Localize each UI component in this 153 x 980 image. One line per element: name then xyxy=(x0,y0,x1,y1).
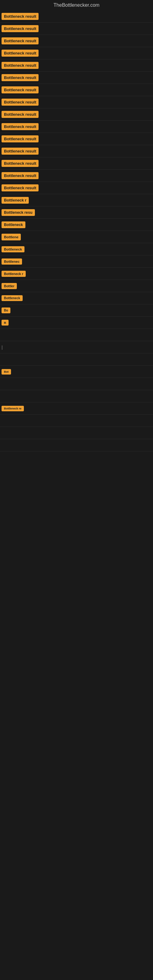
bottleneck-row-29 xyxy=(0,353,153,366)
bottleneck-badge-24[interactable]: Bottleneck xyxy=(2,295,22,301)
bottleneck-badge-17[interactable]: Bottleneck resu xyxy=(2,209,35,216)
bottleneck-badge-3[interactable]: Bottleneck result xyxy=(2,37,38,45)
bottleneck-row-11: Bottleneck result xyxy=(0,133,153,145)
bottleneck-badge-14[interactable]: Bottleneck result xyxy=(2,172,38,179)
bottleneck-badge-2[interactable]: Bottleneck result xyxy=(2,25,38,32)
bottleneck-badge-7[interactable]: Bottleneck result xyxy=(2,86,38,94)
bottleneck-row-7: Bottleneck result xyxy=(0,84,153,96)
bottleneck-row-23: Bottler xyxy=(0,280,153,292)
bottleneck-badge-16[interactable]: Bottleneck r xyxy=(2,197,29,204)
bottleneck-row-19: Bottlene xyxy=(0,231,153,243)
site-title: TheBottlenecker.com xyxy=(0,0,153,10)
bottleneck-badge-23[interactable]: Bottler xyxy=(2,283,17,289)
bottleneck-badge-9[interactable]: Bottleneck result xyxy=(2,111,38,118)
bottleneck-badge-19[interactable]: Bottlene xyxy=(2,234,21,240)
bottleneck-row-32 xyxy=(0,390,153,402)
bottleneck-badge-10[interactable]: Bottleneck result xyxy=(2,123,38,130)
bottleneck-row-26: B xyxy=(0,317,153,329)
bottleneck-row-34 xyxy=(0,415,153,427)
bottleneck-badge-21[interactable]: Bottlenec xyxy=(2,258,22,265)
bottleneck-badge-26[interactable]: B xyxy=(2,320,9,326)
bottleneck-row-30: Bot xyxy=(0,366,153,378)
bottleneck-row-4: Bottleneck result xyxy=(0,47,153,59)
bottleneck-badge-22[interactable]: Bottleneck r xyxy=(2,271,26,277)
bottleneck-row-24: Bottleneck xyxy=(0,292,153,304)
bottleneck-badge-4[interactable]: Bottleneck result xyxy=(2,49,38,57)
bottleneck-badge-12[interactable]: Bottleneck result xyxy=(2,148,38,155)
bottleneck-badge-13[interactable]: Bottleneck result xyxy=(2,160,38,167)
bottleneck-row-15: Bottleneck result xyxy=(0,182,153,194)
bottleneck-row-9: Bottleneck result xyxy=(0,108,153,121)
bottleneck-row-16: Bottleneck r xyxy=(0,194,153,207)
bottleneck-badge-1[interactable]: Bottleneck result xyxy=(2,13,38,20)
bottleneck-row-6: Bottleneck result xyxy=(0,72,153,84)
bottleneck-row-14: Bottleneck result xyxy=(0,170,153,182)
bottleneck-badge-8[interactable]: Bottleneck result xyxy=(2,99,38,106)
bottleneck-row-25: Bo xyxy=(0,304,153,317)
bottleneck-row-18: Bottleneck xyxy=(0,219,153,231)
bottleneck-row-33: Bottleneck re xyxy=(0,402,153,415)
bottleneck-row-13: Bottleneck result xyxy=(0,158,153,170)
bottleneck-row-5: Bottleneck result xyxy=(0,59,153,72)
bottleneck-row-2: Bottleneck result xyxy=(0,23,153,35)
bottleneck-row-1: Bottleneck result xyxy=(0,10,153,23)
bottleneck-badge-15[interactable]: Bottleneck result xyxy=(2,185,38,191)
bottleneck-row-28: | xyxy=(0,341,153,353)
bottleneck-row-22: Bottleneck r xyxy=(0,268,153,280)
bottleneck-row-36 xyxy=(0,439,153,452)
bottleneck-badge-25[interactable]: Bo xyxy=(2,307,10,313)
bottleneck-row-3: Bottleneck result xyxy=(0,35,153,47)
bottleneck-row-31 xyxy=(0,378,153,390)
bottleneck-row-20: Bottleneck xyxy=(0,243,153,255)
bottleneck-row-8: Bottleneck result xyxy=(0,96,153,108)
bottleneck-row-12: Bottleneck result xyxy=(0,145,153,158)
bottleneck-row-21: Bottlenec xyxy=(0,255,153,268)
bottleneck-row-17: Bottleneck resu xyxy=(0,207,153,219)
bottleneck-badge-11[interactable]: Bottleneck result xyxy=(2,135,38,142)
bottleneck-badge-20[interactable]: Bottleneck xyxy=(2,246,24,252)
bottleneck-badge-18[interactable]: Bottleneck xyxy=(2,221,26,228)
bottleneck-badge-5[interactable]: Bottleneck result xyxy=(2,62,38,69)
bottleneck-row-10: Bottleneck result xyxy=(0,121,153,133)
bottleneck-badge-6[interactable]: Bottleneck result xyxy=(2,74,38,81)
bottleneck-badge-33[interactable]: Bottleneck re xyxy=(2,406,24,411)
bottleneck-row-27 xyxy=(0,329,153,341)
bottleneck-badge-30[interactable]: Bot xyxy=(2,369,11,375)
bottleneck-row-35 xyxy=(0,427,153,439)
